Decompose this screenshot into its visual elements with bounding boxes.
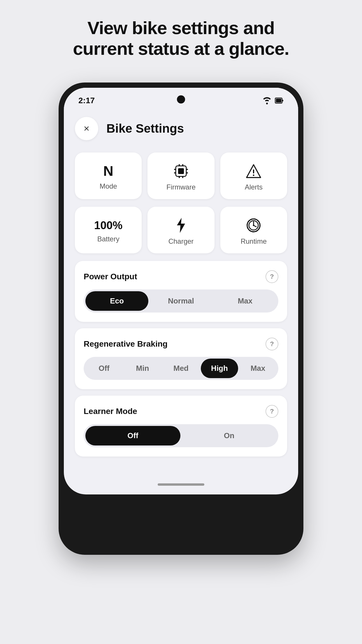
alerts-icon bbox=[246, 163, 261, 179]
svg-rect-11 bbox=[179, 176, 180, 178]
power-output-control: Eco Normal Max bbox=[84, 289, 278, 313]
regen-med-btn[interactable]: Med bbox=[162, 359, 200, 378]
page-wrapper: View bike settings and current status at… bbox=[0, 17, 362, 555]
status-bar: 2:17 bbox=[64, 88, 298, 108]
power-eco-btn[interactable]: Eco bbox=[85, 291, 148, 311]
tile-charger[interactable]: Charger bbox=[147, 207, 214, 253]
power-output-card: Power Output ? Eco Normal Max bbox=[75, 261, 287, 322]
home-indicator bbox=[64, 478, 298, 494]
firmware-label: Firmware bbox=[166, 183, 196, 191]
tile-mode[interactable]: N Mode bbox=[75, 152, 142, 199]
power-max-btn[interactable]: Max bbox=[214, 291, 277, 311]
status-icons bbox=[262, 97, 284, 104]
learner-mode-help[interactable]: ? bbox=[266, 405, 278, 418]
phone-shell: 2:17 bbox=[59, 83, 303, 555]
battery-icon bbox=[275, 97, 284, 104]
power-normal-btn[interactable]: Normal bbox=[150, 291, 212, 311]
regen-min-btn[interactable]: Min bbox=[124, 359, 161, 378]
tiles-row-2: 100% Battery Charger bbox=[75, 207, 287, 253]
wifi-icon bbox=[262, 97, 272, 104]
mode-label: Mode bbox=[100, 182, 117, 190]
alerts-label: Alerts bbox=[245, 183, 263, 191]
power-output-header: Power Output ? bbox=[84, 270, 278, 283]
svg-rect-12 bbox=[182, 176, 183, 178]
battery-tile-icon: 100% bbox=[94, 220, 122, 231]
svg-point-22 bbox=[253, 224, 254, 226]
firmware-icon bbox=[173, 163, 189, 179]
regen-braking-help[interactable]: ? bbox=[266, 338, 278, 350]
mode-icon: N bbox=[103, 164, 113, 178]
svg-rect-7 bbox=[174, 172, 176, 173]
learner-off-btn[interactable]: Off bbox=[85, 426, 180, 445]
svg-rect-9 bbox=[179, 164, 180, 166]
regen-braking-header: Regenerative Braking ? bbox=[84, 338, 278, 350]
svg-rect-4 bbox=[178, 168, 184, 174]
power-output-title: Power Output bbox=[84, 272, 137, 281]
regen-high-btn[interactable]: High bbox=[201, 359, 238, 378]
power-output-help[interactable]: ? bbox=[266, 270, 278, 283]
svg-rect-8 bbox=[186, 172, 188, 173]
phone-inner: 2:17 bbox=[64, 88, 298, 494]
learner-on-btn[interactable]: On bbox=[182, 426, 277, 445]
regen-braking-title: Regenerative Braking bbox=[84, 339, 168, 349]
battery-label: Battery bbox=[97, 235, 120, 243]
header-row: × Bike Settings bbox=[75, 117, 287, 140]
page-title: Bike Settings bbox=[106, 122, 184, 136]
home-bar bbox=[158, 483, 204, 486]
learner-mode-control: Off On bbox=[84, 424, 278, 447]
svg-rect-10 bbox=[182, 164, 183, 166]
svg-marker-16 bbox=[177, 218, 185, 233]
svg-rect-1 bbox=[276, 99, 282, 102]
status-time: 2:17 bbox=[78, 96, 95, 105]
learner-mode-card: Learner Mode ? Off On bbox=[75, 396, 287, 457]
page-headline: View bike settings and current status at… bbox=[61, 17, 301, 59]
charger-label: Charger bbox=[168, 237, 194, 245]
regen-braking-card: Regenerative Braking ? Off Min Med High … bbox=[75, 328, 287, 389]
learner-mode-header: Learner Mode ? bbox=[84, 405, 278, 418]
tile-runtime[interactable]: Runtime bbox=[220, 207, 287, 253]
svg-rect-6 bbox=[186, 169, 188, 170]
tile-battery[interactable]: 100% Battery bbox=[75, 207, 142, 253]
regen-max-btn[interactable]: Max bbox=[239, 359, 277, 378]
svg-rect-2 bbox=[282, 100, 283, 101]
svg-point-15 bbox=[253, 174, 254, 176]
svg-rect-14 bbox=[253, 169, 254, 173]
regen-braking-control: Off Min Med High Max bbox=[84, 357, 278, 380]
camera-notch bbox=[177, 95, 185, 103]
regen-off-btn[interactable]: Off bbox=[85, 359, 123, 378]
tiles-row-1: N Mode bbox=[75, 152, 287, 199]
tile-firmware[interactable]: Firmware bbox=[147, 152, 214, 199]
phone-content: × Bike Settings N Mode bbox=[64, 108, 298, 478]
close-button[interactable]: × bbox=[75, 117, 98, 140]
runtime-icon bbox=[246, 217, 261, 233]
runtime-label: Runtime bbox=[241, 237, 267, 245]
charger-icon bbox=[173, 217, 189, 233]
tile-alerts[interactable]: Alerts bbox=[220, 152, 287, 199]
learner-mode-title: Learner Mode bbox=[84, 407, 137, 416]
svg-rect-5 bbox=[174, 169, 176, 170]
